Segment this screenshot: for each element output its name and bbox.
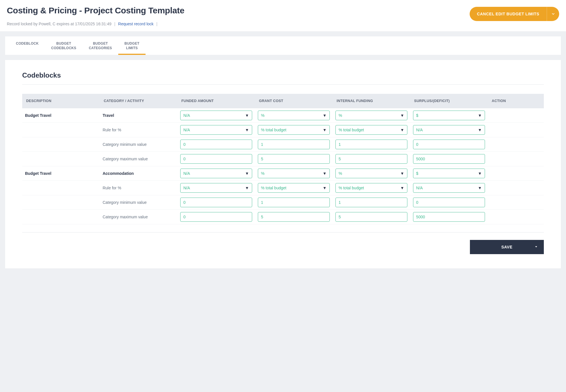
cancel-edit-budget-limits-button[interactable]: CANCEL EDIT BUDGET LIMITS (470, 7, 559, 21)
caret-down-icon: ▼ (400, 186, 404, 190)
page-header: Costing & Pricing - Project Costing Temp… (0, 0, 566, 31)
internal-max-input[interactable] (335, 212, 407, 222)
funded-min-input[interactable] (180, 140, 252, 149)
tab-budget-codeblocks[interactable]: BUDGET CODEBLOCKS (45, 36, 82, 55)
save-button[interactable]: SAVE (470, 240, 544, 254)
funded-min-input[interactable] (180, 198, 252, 207)
caret-down-icon: ▼ (478, 128, 482, 132)
table-row: Rule for % N/A▼ % total budget▼ % total … (22, 123, 544, 137)
tab-strip: CODEBLOCK BUDGET CODEBLOCKS BUDGET CATEG… (5, 36, 561, 55)
caret-down-icon (534, 245, 538, 250)
grant-type-select[interactable]: %▼ (258, 111, 330, 120)
table-row: Category minimum value (22, 137, 544, 152)
group-description: Budget Travel (25, 171, 51, 176)
separator: | (113, 22, 117, 26)
col-funded: FUNDED AMOUNT (177, 94, 255, 108)
internal-min-input[interactable] (335, 140, 407, 149)
surplus-min-input[interactable] (413, 140, 485, 149)
caret-down-icon: ▼ (400, 128, 404, 132)
table-row: Rule for % N/A▼ % total budget▼ % total … (22, 181, 544, 195)
surplus-type-select[interactable]: $▼ (413, 169, 485, 178)
caret-down-icon: ▼ (323, 128, 327, 132)
divider (22, 232, 544, 233)
funded-max-input[interactable] (180, 212, 252, 222)
caret-down-icon: ▼ (323, 186, 327, 190)
row-label-max: Category maximum value (103, 157, 148, 161)
grant-type-select[interactable]: %▼ (258, 169, 330, 178)
request-lock-link[interactable]: Request record lock (118, 22, 154, 26)
save-button-label: SAVE (501, 245, 512, 249)
cancel-button-label: CANCEL EDIT BUDGET LIMITS (470, 12, 547, 16)
col-action: ACTION (488, 94, 544, 108)
table-row: Budget Travel Travel N/A▼ %▼ %▼ $▼ (22, 108, 544, 123)
surplus-rule-select[interactable]: N/A▼ (413, 183, 485, 193)
col-surplus: SURPLUS/(DEFICIT) (410, 94, 488, 108)
internal-rule-select[interactable]: % total budget▼ (335, 125, 407, 135)
caret-down-icon: ▼ (323, 171, 327, 176)
svg-marker-0 (535, 246, 537, 247)
surplus-min-input[interactable] (413, 198, 485, 207)
row-label-min: Category minimum value (103, 142, 147, 147)
funded-type-select[interactable]: N/A▼ (180, 169, 252, 178)
separator: | (155, 22, 159, 26)
grant-max-input[interactable] (258, 154, 330, 164)
group-description: Budget Travel (25, 113, 51, 118)
funded-rule-select[interactable]: N/A▼ (180, 125, 252, 135)
table-row: Category maximum value (22, 152, 544, 166)
caret-down-icon: ▼ (245, 186, 249, 190)
tab-codeblock[interactable]: CODEBLOCK (10, 36, 45, 55)
caret-down-icon: ▼ (478, 113, 482, 118)
col-category: CATEGORY / ACTIVITY (100, 94, 177, 108)
grant-min-input[interactable] (258, 198, 330, 207)
page-title: Costing & Pricing - Project Costing Temp… (7, 6, 470, 15)
caret-down-icon: ▼ (478, 186, 482, 190)
grant-rule-select[interactable]: % total budget▼ (258, 125, 330, 135)
panel-codeblocks: Codeblocks DESCRIPTION CATEGORY / ACTIVI… (5, 60, 561, 268)
row-label-rule: Rule for % (103, 186, 121, 190)
surplus-type-select[interactable]: $▼ (413, 111, 485, 120)
chevron-down-icon (547, 7, 559, 21)
grant-max-input[interactable] (258, 212, 330, 222)
group-category: Travel (103, 113, 114, 118)
col-description: DESCRIPTION (22, 94, 100, 108)
caret-down-icon: ▼ (245, 113, 249, 118)
col-internal: INTERNAL FUNDING (333, 94, 410, 108)
caret-down-icon: ▼ (400, 113, 404, 118)
funded-type-select[interactable]: N/A▼ (180, 111, 252, 120)
row-label-max: Category maximum value (103, 215, 148, 219)
group-category: Accommodation (103, 171, 134, 176)
surplus-rule-select[interactable]: N/A▼ (413, 125, 485, 135)
grant-min-input[interactable] (258, 140, 330, 149)
funded-rule-select[interactable]: N/A▼ (180, 183, 252, 193)
surplus-max-input[interactable] (413, 212, 485, 222)
caret-down-icon: ▼ (400, 171, 404, 176)
table-row: Category minimum value (22, 195, 544, 210)
table-row: Category maximum value (22, 210, 544, 224)
caret-down-icon: ▼ (245, 171, 249, 176)
internal-max-input[interactable] (335, 154, 407, 164)
row-label-rule: Rule for % (103, 128, 121, 132)
caret-down-icon: ▼ (323, 113, 327, 118)
divider (22, 84, 544, 85)
table-row: Budget Travel Accommodation N/A▼ %▼ %▼ $… (22, 166, 544, 181)
tab-budget-limits[interactable]: BUDGET LIMITS (118, 36, 146, 55)
record-lock-text: Record locked by Powell, C expires at 17… (7, 22, 111, 26)
tab-budget-categories[interactable]: BUDGET CATEGORIES (82, 36, 118, 55)
grant-rule-select[interactable]: % total budget▼ (258, 183, 330, 193)
col-grant: GRANT COST (255, 94, 333, 108)
caret-down-icon: ▼ (245, 128, 249, 132)
record-lock-line: Record locked by Powell, C expires at 17… (7, 22, 470, 26)
funded-max-input[interactable] (180, 154, 252, 164)
caret-down-icon: ▼ (478, 171, 482, 176)
row-label-min: Category minimum value (103, 200, 147, 205)
surplus-max-input[interactable] (413, 154, 485, 164)
budget-limits-table: DESCRIPTION CATEGORY / ACTIVITY FUNDED A… (22, 94, 544, 224)
internal-type-select[interactable]: %▼ (335, 169, 407, 178)
internal-type-select[interactable]: %▼ (335, 111, 407, 120)
internal-rule-select[interactable]: % total budget▼ (335, 183, 407, 193)
internal-min-input[interactable] (335, 198, 407, 207)
section-title: Codeblocks (22, 71, 544, 79)
